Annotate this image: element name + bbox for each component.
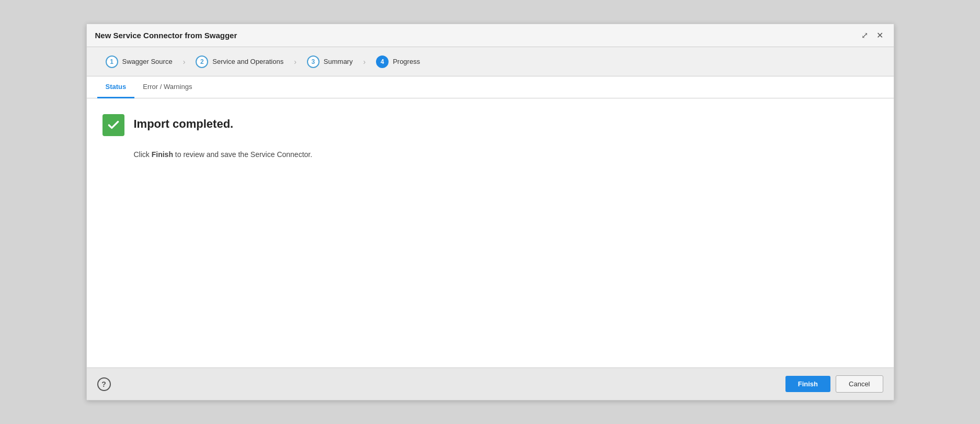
step-label-2: Service and Operations xyxy=(212,58,283,65)
finish-button[interactable]: Finish xyxy=(785,376,830,392)
dialog-overlay: New Service Connector from Swagger ⤢ ✕ 1… xyxy=(0,0,980,424)
expand-button[interactable]: ⤢ xyxy=(859,28,870,42)
footer-left: ? xyxy=(97,377,111,391)
content-area: Import completed. Click Finish to review… xyxy=(87,98,894,367)
status-message-suffix: to review and save the Service Connector… xyxy=(173,150,312,159)
step-label-3: Summary xyxy=(324,58,353,65)
step-label-4: Progress xyxy=(393,58,420,65)
step-separator-2: › xyxy=(292,58,299,66)
close-button[interactable]: ✕ xyxy=(874,28,885,42)
status-message-prefix: Click xyxy=(134,150,152,159)
dialog-title: New Service Connector from Swagger xyxy=(95,31,237,40)
status-block: Import completed. xyxy=(102,114,878,136)
dialog-titlebar: New Service Connector from Swagger ⤢ ✕ xyxy=(87,24,894,47)
wizard-step-4[interactable]: 4 Progress xyxy=(368,55,428,68)
step-label-1: Swagger Source xyxy=(122,58,173,65)
tab-bar: Status Error / Warnings xyxy=(87,76,894,98)
wizard-step-2[interactable]: 2 Service and Operations xyxy=(187,55,292,68)
cancel-button[interactable]: Cancel xyxy=(836,375,883,393)
status-message: Click Finish to review and save the Serv… xyxy=(134,149,878,160)
help-button[interactable]: ? xyxy=(97,377,111,391)
status-message-bold: Finish xyxy=(152,150,173,159)
step-circle-3: 3 xyxy=(307,55,320,68)
dialog-title-controls: ⤢ ✕ xyxy=(859,28,885,42)
tab-status[interactable]: Status xyxy=(97,76,135,98)
success-icon xyxy=(102,114,124,136)
step-circle-2: 2 xyxy=(196,55,208,68)
footer-right: Finish Cancel xyxy=(785,375,883,393)
dialog: New Service Connector from Swagger ⤢ ✕ 1… xyxy=(86,24,894,400)
step-separator-1: › xyxy=(181,58,188,66)
dialog-footer: ? Finish Cancel xyxy=(87,367,894,400)
status-title: Import completed. xyxy=(134,114,234,131)
wizard-step-3[interactable]: 3 Summary xyxy=(299,55,361,68)
step-circle-4: 4 xyxy=(376,55,389,68)
wizard-steps: 1 Swagger Source › 2 Service and Operati… xyxy=(87,47,894,76)
wizard-step-1[interactable]: 1 Swagger Source xyxy=(97,55,181,68)
dialog-body: Status Error / Warnings Import completed… xyxy=(87,76,894,367)
step-separator-3: › xyxy=(361,58,368,66)
step-circle-1: 1 xyxy=(106,55,118,68)
tab-error-warnings[interactable]: Error / Warnings xyxy=(134,76,200,98)
